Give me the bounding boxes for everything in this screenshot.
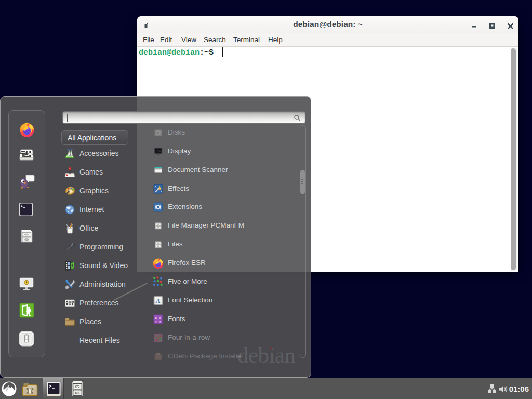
svg-text:A: A [155,297,161,304]
svg-text:a: a [159,320,161,324]
svg-text:a: a [155,320,157,324]
